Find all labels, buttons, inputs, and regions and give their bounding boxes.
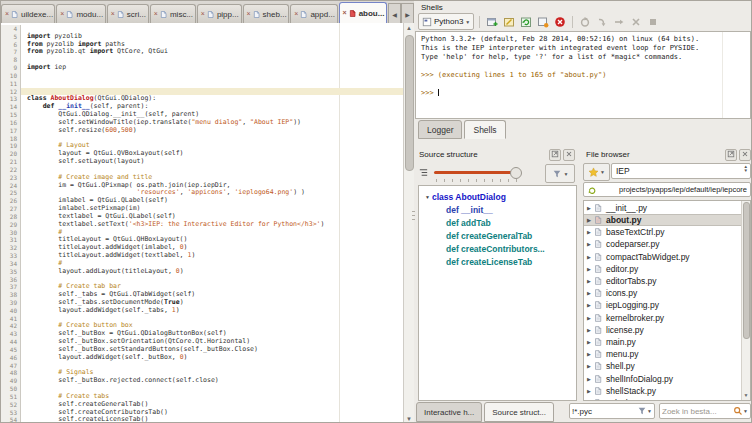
expand-icon[interactable]: ▶ xyxy=(584,315,594,321)
file-item-codeparser-py[interactable]: ▶codeparser.py xyxy=(584,238,750,250)
file-item-license-py[interactable]: ▶license.py xyxy=(584,324,750,336)
shell-output[interactable]: Python 3.3.2+ (default, Feb 28 2014, 00:… xyxy=(415,31,751,119)
file-item-main-py[interactable]: ▶main.py xyxy=(584,336,750,348)
editor-tab-uildexe[interactable]: ×uildexe... xyxy=(1,4,55,23)
expand-icon[interactable]: ▶ xyxy=(584,205,594,211)
expand-icon[interactable]: ▶ xyxy=(584,339,594,345)
file-item-compacttabwidget-py[interactable]: ▶compactTabWidget.py xyxy=(584,251,750,263)
chevron-down-icon[interactable]: ▼ xyxy=(743,408,748,414)
expand-icon[interactable]: ▶ xyxy=(584,266,594,272)
tab-scroll-right-icon[interactable]: ▶ xyxy=(401,3,414,25)
chevron-down-icon[interactable]: ▼ xyxy=(647,408,652,414)
file-item-editortabs-py[interactable]: ▶editorTabs.py xyxy=(584,275,750,287)
file-item-shellinfodialog-py[interactable]: ▶shellInfoDialog.py xyxy=(584,372,750,384)
expand-icon[interactable]: ▶ xyxy=(584,351,594,357)
expand-icon[interactable]: ▶ xyxy=(584,302,594,308)
expand-icon[interactable]: ▶ xyxy=(584,363,594,369)
search-input[interactable] xyxy=(662,407,733,416)
close-panel-icon[interactable] xyxy=(739,149,751,161)
editor-scrollbar[interactable]: ▲ ▼ xyxy=(403,23,414,423)
tab-scroll-left-icon[interactable]: ◀ xyxy=(388,3,401,25)
python-file-icon xyxy=(594,313,603,323)
terminate-shell-button[interactable] xyxy=(553,14,567,29)
editor-tab-sheb[interactable]: ×sheb... xyxy=(243,4,290,23)
restart-shell-button[interactable] xyxy=(519,14,533,29)
tree-item-def-createcontributors[interactable]: def createContributors... xyxy=(419,242,576,255)
new-shell-button[interactable] xyxy=(485,14,499,29)
scroll-down-icon[interactable]: ▼ xyxy=(742,391,750,400)
structure-depth-slider[interactable] xyxy=(434,171,520,174)
structure-filter-button[interactable]: ▼ xyxy=(545,164,575,183)
tree-item-def-creategeneraltab[interactable]: def createGeneralTab xyxy=(419,229,576,242)
tree-item-def-init[interactable]: def __init__ xyxy=(419,203,576,216)
refresh-path-icon[interactable] xyxy=(587,185,597,195)
file-item-editor-py[interactable]: ▶editor.py xyxy=(584,263,750,275)
editor-tab-scri[interactable]: ×scri... xyxy=(107,4,149,23)
tree-item-class-aboutdialog[interactable]: ▼class AboutDialog xyxy=(419,190,576,203)
file-item-ieplogging-py[interactable]: ▶iepLogging.py xyxy=(584,299,750,311)
editor-code-area[interactable]: 4 5import pyzolib6from pyzolib import pa… xyxy=(1,23,414,423)
dock-tab-shells[interactable]: Shells xyxy=(464,120,505,139)
tree-item-def-createlicensetab[interactable]: def createLicenseTab xyxy=(419,255,576,268)
close-tab-icon[interactable]: × xyxy=(111,11,115,17)
file-list-scrollbar-thumb[interactable] xyxy=(743,202,750,339)
expand-icon[interactable]: ▶ xyxy=(584,376,594,382)
spinner-icons[interactable]: ▲▼ xyxy=(744,165,748,173)
expand-icon[interactable]: ▶ xyxy=(584,327,594,333)
expand-icon[interactable]: ▶ xyxy=(584,241,594,247)
expand-icon[interactable]: ▶ xyxy=(584,217,594,223)
float-panel-icon[interactable] xyxy=(549,149,561,161)
path-field[interactable]: projects/pyapps/iep/default/iep/iepcore xyxy=(583,182,751,197)
project-select[interactable]: IEP ▲▼ xyxy=(611,163,751,179)
spin-down-icon[interactable]: ▼ xyxy=(744,169,748,173)
magnifier-icon[interactable] xyxy=(733,406,743,416)
shell-select-button[interactable]: Python3 ▼ xyxy=(418,13,474,30)
funnel-icon[interactable] xyxy=(637,406,647,416)
editor-scrollbar-thumb[interactable] xyxy=(405,35,414,171)
expand-icon[interactable]: ▶ xyxy=(584,278,594,284)
expand-icon[interactable]: ▶ xyxy=(584,229,594,235)
expand-icon[interactable]: ▶ xyxy=(584,254,594,260)
scroll-up-icon[interactable]: ▲ xyxy=(404,23,414,33)
close-tab-icon[interactable]: × xyxy=(5,11,9,17)
editor-tab-modu[interactable]: ×modu... xyxy=(56,4,105,23)
file-item-icons-py[interactable]: ▶icons.py xyxy=(584,287,750,299)
close-tab-icon[interactable]: × xyxy=(247,11,251,17)
collapse-icon[interactable]: ▼ xyxy=(423,194,432,200)
clear-screen-button[interactable] xyxy=(536,14,550,29)
float-panel-icon[interactable] xyxy=(725,149,737,161)
scroll-down-icon[interactable]: ▼ xyxy=(404,414,414,423)
slider-handle[interactable] xyxy=(510,167,522,179)
close-panel-icon[interactable] xyxy=(563,149,575,161)
file-item-basetextctrl-py[interactable]: ▶baseTextCtrl.py xyxy=(584,226,750,238)
editor-tab-abou[interactable]: ×abou... xyxy=(339,2,387,23)
dock-tab-logger[interactable]: Logger xyxy=(418,120,462,139)
editor-tab-pipp[interactable]: ×pipp... xyxy=(197,4,242,23)
close-tab-icon[interactable]: × xyxy=(60,11,64,17)
file-item-menu-py[interactable]: ▶menu.py xyxy=(584,348,750,360)
bottom-dock-tabs: Interactive h...Source struct... xyxy=(416,402,556,422)
file-list-scrollbar[interactable]: ▼ xyxy=(741,201,750,400)
source-structure-tree[interactable]: ▼class AboutDialogdef __init__def addTab… xyxy=(418,185,577,401)
bottom-tab-source-struct[interactable]: Source struct... xyxy=(484,402,554,422)
file-item-init-py[interactable]: ▶__init__.py xyxy=(584,202,750,214)
close-tab-icon[interactable]: × xyxy=(154,11,158,17)
expand-icon[interactable]: ▶ xyxy=(584,290,594,296)
file-item-shell-py[interactable]: ▶shell.py xyxy=(584,360,750,372)
file-name: kernelbroker.py xyxy=(606,313,664,323)
file-item-about-py[interactable]: ▶about.py xyxy=(584,214,750,226)
file-item-shellstack-py[interactable]: ▶shellStack.py xyxy=(584,385,750,397)
editor-tab-appd[interactable]: ×appd... xyxy=(290,4,337,23)
file-list[interactable]: ▶__init__.py▶about.py▶baseTextCtrl.py▶co… xyxy=(583,200,751,401)
close-tab-icon[interactable]: × xyxy=(343,10,347,16)
shell-config-button[interactable] xyxy=(502,14,516,29)
editor-tab-misc[interactable]: ×misc... xyxy=(150,4,196,23)
bookmarks-button[interactable]: ▼ xyxy=(583,163,610,181)
bottom-tab-interactive-h[interactable]: Interactive h... xyxy=(416,402,482,422)
tree-item-def-addtab[interactable]: def addTab xyxy=(419,216,576,229)
file-item-kernelbroker-py[interactable]: ▶kernelbroker.py xyxy=(584,312,750,324)
expand-icon[interactable]: ▶ xyxy=(584,388,594,394)
close-tab-icon[interactable]: × xyxy=(201,11,205,17)
name-filter-input[interactable] xyxy=(572,407,637,416)
close-tab-icon[interactable]: × xyxy=(294,11,298,17)
